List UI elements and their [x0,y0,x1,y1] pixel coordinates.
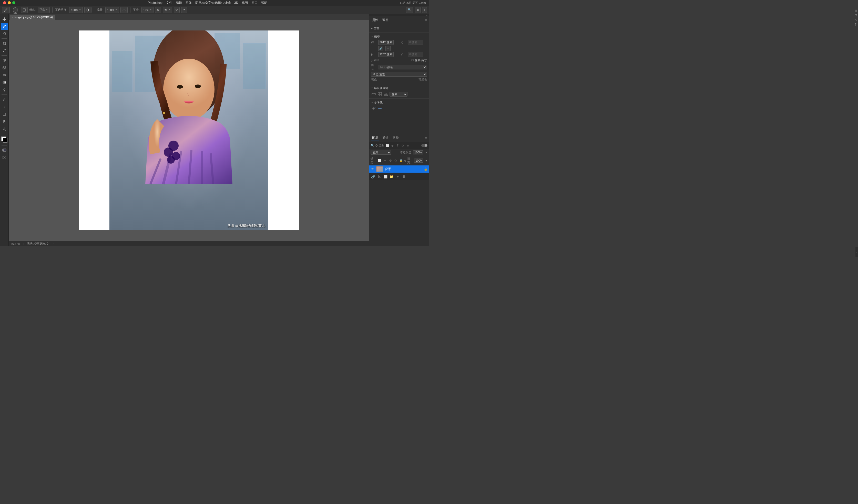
properties-menu-btn[interactable]: ≡ [425,18,427,22]
width-value[interactable]: 3612 像素 [378,40,394,45]
opacity-value-layer[interactable] [413,150,423,155]
brush-tool[interactable] [1,23,8,30]
fill-slash[interactable]: ⊘ [404,159,406,162]
flip-h-btn[interactable]: ↔ [385,46,391,51]
ruler-icon-btn[interactable] [371,92,376,97]
menu-window[interactable]: 窗口 [251,1,257,5]
filter-search-icon[interactable]: 🔍 [370,144,375,147]
guide-h-btn[interactable] [377,106,382,111]
extra-btn[interactable]: ✦ [181,7,187,13]
quick-mask-tool[interactable] [1,146,8,154]
x-value[interactable]: 0 像素 [408,40,423,45]
tab-close-btn[interactable]: × [12,16,14,19]
lock-transparent-btn[interactable]: ⬜ [378,158,382,163]
menu-file[interactable]: 文件 [166,1,172,5]
flow-icon-btn[interactable] [121,7,128,13]
background-color[interactable] [3,138,7,143]
document-section-header[interactable]: ▶ 文档 [371,26,427,31]
height-value[interactable]: 2257 像素 [378,52,394,57]
filter-adj-btn[interactable]: ◑ [390,143,395,148]
symmetry-btn[interactable]: ⟳ [174,7,180,13]
brush-tool-icon[interactable] [2,7,10,13]
y-value[interactable]: 0 像素 [408,52,423,57]
filter-shape-btn[interactable]: ⬡ [400,143,405,148]
canvas-scroll-area[interactable]: 头条 @视频制作那些事儿 [9,20,369,241]
layers-menu-btn[interactable]: ≡ [425,136,427,140]
mode-select[interactable]: 正常 ▼ [38,7,50,13]
text-tool[interactable]: T [1,103,8,110]
healing-tool[interactable] [1,56,8,64]
new-layer-btn[interactable]: + [395,174,400,179]
tab-paths[interactable]: 路径 [392,135,400,141]
filter-text-btn[interactable]: T [395,143,400,148]
clone-tool[interactable] [1,64,8,71]
zoom-tool[interactable] [1,126,8,133]
eraser-tool[interactable] [1,71,8,79]
layer-item-background[interactable]: 👁 背景 🔒 [369,165,429,173]
layer-visibility-btn[interactable]: 👁 [370,167,375,171]
workspace-btn[interactable]: ⊞ [415,7,420,13]
ruler-grid-header[interactable]: ▼ 标尺和网格 [371,86,427,92]
menu-3d[interactable]: 3D [234,1,238,5]
opacity-arrow[interactable]: ▼ [425,151,427,154]
lasso-tool[interactable] [1,30,8,37]
menu-edit[interactable]: 编辑 [176,1,182,5]
tab-adjustments[interactable]: 调整 [381,17,390,23]
color-swatches[interactable] [1,136,8,143]
menu-help[interactable]: 帮助 [261,1,267,5]
settings-btn[interactable]: ⚙ [155,7,161,13]
canvas-section-header[interactable]: ▼ 画布 [371,34,427,40]
lock-pixels-btn[interactable]: ✏ [383,158,387,163]
lock-position-btn[interactable]: ✛ [388,158,393,163]
dodge-tool[interactable] [1,86,8,94]
bit-depth-select[interactable]: 8 位/通道 [371,72,427,77]
ruler-unit-select[interactable]: 像素 [390,92,408,97]
link-wh-btn[interactable]: 🔗 [378,46,383,51]
shape-tool[interactable] [1,111,8,118]
status-arrow[interactable]: › [53,242,54,245]
flow-value-btn[interactable]: 100% ▼ [105,7,119,13]
guide-v-btn[interactable] [383,106,388,111]
pen-tool[interactable] [1,96,8,103]
move-tool[interactable] [1,15,8,22]
add-mask-btn[interactable]: ⬜ [383,174,388,179]
maximize-button[interactable] [12,1,15,4]
add-guide-btn[interactable] [371,106,376,111]
panel-collapse-handle[interactable]: ≡ [369,14,429,16]
crop-tool[interactable] [1,40,8,47]
minimize-button[interactable] [8,1,11,4]
add-effect-btn[interactable]: fx [377,174,382,179]
menu-view[interactable]: 视图 [242,1,248,5]
tab-properties[interactable]: 属性 [371,17,379,23]
angle-value-btn[interactable]: ⟲ 0° [163,7,172,13]
opacity-icon-btn[interactable] [84,7,92,13]
tab-channels[interactable]: 通道 [381,135,390,141]
filter-smart-btn[interactable]: ◈ [406,143,410,148]
menu-image[interactable]: 图像 [186,1,192,5]
fill-arrow[interactable]: ▼ [425,159,427,162]
opacity-value-btn[interactable]: 100% ▼ [69,7,83,13]
lock-all-btn[interactable]: 🔒 [399,158,403,163]
fill-value-layer[interactable] [414,159,423,163]
hand-tool[interactable] [1,118,8,125]
delete-layer-btn[interactable]: 🗑 [401,174,407,179]
layer-mode-select[interactable]: 正常 [370,150,391,155]
document-tab[interactable]: × timg-9.jpeg @ 66.7%(RGB/8#) [10,15,55,20]
link-layers-btn[interactable]: 🔗 [370,174,376,179]
eyedropper-tool[interactable] [1,47,8,54]
tab-layers[interactable]: 图层 [371,135,379,141]
lock-artboard-btn[interactable]: ⬡ [393,158,398,163]
perspective-icon-btn[interactable] [383,92,388,97]
smooth-value-btn[interactable]: 10% ▼ [141,7,154,13]
share-btn[interactable]: ↑ [422,7,427,13]
search-btn[interactable]: 🔍 [406,7,413,13]
gradient-tool[interactable] [1,79,8,86]
brush-size-preview[interactable]: 153 [11,6,19,14]
mode-select-prop[interactable]: RGB 颜色 [378,65,427,69]
guides-header[interactable]: ▼ 参考线 [371,100,427,106]
grid-icon-btn[interactable] [377,92,382,97]
filter-toggle[interactable] [421,144,427,147]
new-group-btn[interactable]: 📁 [389,174,394,179]
close-button[interactable] [3,1,6,4]
screen-mode-tool[interactable] [1,154,8,161]
